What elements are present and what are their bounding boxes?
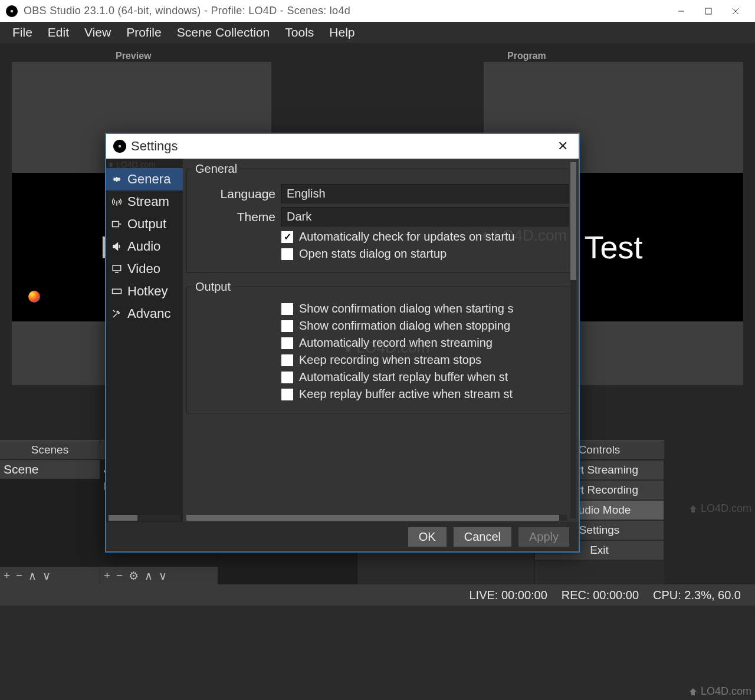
source-down-button[interactable]: ∨ bbox=[159, 569, 167, 583]
keyboard-icon bbox=[111, 286, 123, 297]
statusbar: LIVE: 00:00:00 REC: 00:00:00 CPU: 2.3%, … bbox=[0, 584, 755, 606]
theme-label: Theme bbox=[193, 210, 275, 224]
general-legend: General bbox=[193, 162, 239, 176]
output-check-1[interactable] bbox=[281, 320, 293, 332]
scenes-footer: + − ∧ ∨ bbox=[0, 567, 100, 584]
output-check-3[interactable] bbox=[281, 354, 293, 366]
settings-footer: OK Cancel Apply bbox=[106, 522, 579, 551]
open-stats-label: Open stats dialog on startup bbox=[299, 247, 447, 261]
antenna-icon bbox=[111, 196, 123, 207]
window-title: OBS Studio 23.1.0 (64-bit, windows) - Pr… bbox=[24, 5, 668, 17]
output-check-4[interactable] bbox=[281, 372, 293, 383]
monitor-icon bbox=[111, 264, 123, 274]
svg-rect-2 bbox=[705, 8, 711, 14]
menu-edit[interactable]: Edit bbox=[40, 23, 77, 42]
watermark-sidebar: LO4D.com bbox=[107, 160, 156, 169]
output-check-5[interactable] bbox=[281, 389, 293, 400]
open-stats-checkbox[interactable] bbox=[281, 248, 293, 260]
status-live: LIVE: 00:00:00 bbox=[470, 589, 547, 602]
sidebar-item-hotkeys[interactable]: Hotkey bbox=[106, 280, 183, 303]
preview-label: Preview bbox=[116, 51, 151, 61]
scene-down-button[interactable]: ∨ bbox=[42, 569, 51, 583]
source-up-button[interactable]: ∧ bbox=[145, 569, 153, 583]
source-settings-button[interactable]: ⚙ bbox=[129, 569, 139, 583]
check-updates-checkbox[interactable] bbox=[281, 231, 293, 243]
remove-source-button[interactable]: − bbox=[116, 569, 123, 582]
settings-dialog: Settings ✕ LO4D.com Genera Stream Output… bbox=[105, 133, 580, 553]
sidebar-scrollbar[interactable] bbox=[109, 515, 180, 521]
content-vscrollbar[interactable] bbox=[570, 162, 576, 518]
tools-icon bbox=[111, 308, 123, 319]
content-hscrollbar[interactable] bbox=[186, 515, 567, 521]
theme-select[interactable]: Dark bbox=[281, 207, 569, 226]
sources-footer: + − ⚙ ∧ ∨ bbox=[100, 567, 218, 584]
menu-profile[interactable]: Profile bbox=[119, 23, 169, 42]
menu-scene-collection[interactable]: Scene Collection bbox=[169, 23, 278, 42]
menu-file[interactable]: File bbox=[5, 23, 40, 42]
add-scene-button[interactable]: + bbox=[4, 569, 10, 582]
remove-scene-button[interactable]: − bbox=[16, 569, 22, 582]
obs-app-icon bbox=[6, 5, 18, 17]
maximize-button[interactable] bbox=[695, 0, 722, 22]
add-source-button[interactable]: + bbox=[104, 569, 110, 582]
svg-rect-9 bbox=[113, 289, 122, 294]
sidebar-item-advanced[interactable]: Advanc bbox=[106, 303, 183, 325]
menu-tools[interactable]: Tools bbox=[277, 23, 321, 42]
sidebar-item-output[interactable]: Output bbox=[106, 213, 183, 235]
svg-rect-6 bbox=[113, 222, 119, 227]
output-icon bbox=[111, 219, 123, 229]
settings-title: Settings bbox=[131, 139, 549, 154]
scenes-header: Scenes bbox=[0, 440, 100, 460]
watermark: LO4D.com bbox=[688, 502, 751, 515]
window-titlebar: OBS Studio 23.1.0 (64-bit, windows) - Pr… bbox=[0, 0, 755, 22]
svg-rect-7 bbox=[113, 265, 121, 271]
settings-sidebar: LO4D.com Genera Stream Output Audio Vide… bbox=[106, 159, 183, 522]
check-updates-label: Automatically check for updates on start… bbox=[299, 230, 515, 244]
minimize-button[interactable] bbox=[668, 0, 695, 22]
watermark-bottom: LO4D.com bbox=[688, 685, 751, 698]
ok-button[interactable]: OK bbox=[408, 527, 447, 547]
output-check-2[interactable] bbox=[281, 337, 293, 349]
status-cpu: CPU: 2.3%, 60.0 bbox=[653, 589, 741, 602]
output-check-0[interactable] bbox=[281, 303, 293, 315]
menu-view[interactable]: View bbox=[77, 23, 119, 42]
settings-titlebar: Settings ✕ bbox=[106, 134, 579, 159]
language-select[interactable]: English bbox=[281, 184, 569, 203]
logo-icon bbox=[28, 291, 40, 303]
sidebar-item-general[interactable]: Genera bbox=[106, 168, 183, 190]
cancel-button[interactable]: Cancel bbox=[454, 527, 511, 547]
output-section: Output Show confirmation dialog when sta… bbox=[186, 280, 575, 413]
sidebar-item-stream[interactable]: Stream bbox=[106, 190, 183, 213]
speaker-icon bbox=[111, 241, 123, 252]
menubar: File Edit View Profile Scene Collection … bbox=[0, 22, 755, 43]
sidebar-item-video[interactable]: Video bbox=[106, 258, 183, 280]
close-button[interactable] bbox=[722, 0, 749, 22]
scenes-panel: Scenes Scene + − ∧ ∨ bbox=[0, 440, 100, 584]
sidebar-item-audio[interactable]: Audio bbox=[106, 235, 183, 258]
obs-app-icon bbox=[113, 140, 126, 153]
scene-row[interactable]: Scene bbox=[0, 460, 100, 479]
menu-help[interactable]: Help bbox=[321, 23, 362, 42]
status-rec: REC: 00:00:00 bbox=[562, 589, 639, 602]
settings-content: LO4D.com LO4D.com General Language Engli… bbox=[183, 159, 579, 522]
language-label: Language bbox=[193, 187, 275, 201]
output-legend: Output bbox=[193, 280, 233, 294]
scenes-list[interactable]: Scene bbox=[0, 460, 100, 567]
general-section: General Language English Theme Dark Auto… bbox=[186, 162, 575, 273]
program-text: Test bbox=[584, 229, 642, 265]
gear-icon bbox=[111, 174, 123, 185]
program-label: Program bbox=[507, 51, 546, 61]
scene-up-button[interactable]: ∧ bbox=[28, 569, 37, 583]
settings-close-button[interactable]: ✕ bbox=[554, 139, 572, 154]
apply-button[interactable]: Apply bbox=[518, 527, 569, 547]
